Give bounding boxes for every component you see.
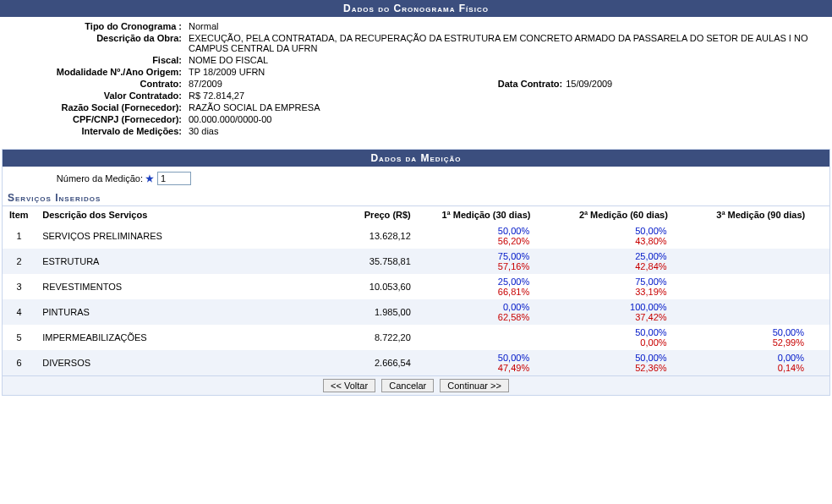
cell-m2: 75,00%33,19% bbox=[555, 274, 692, 299]
section-servicos-title: Serviços Inseridos bbox=[3, 190, 829, 206]
pct-actual: 52,36% bbox=[561, 363, 666, 373]
pct-planned: 50,00% bbox=[699, 327, 804, 337]
cell-m2: 50,00%43,80% bbox=[555, 223, 692, 249]
th-m1: 1ª Medição (30 dias) bbox=[418, 206, 555, 223]
header-medicao: Dados da Medição bbox=[3, 150, 829, 167]
table-row: 1SERVIÇOS PRELIMINARES13.628,1250,00%56,… bbox=[3, 223, 829, 249]
pct-planned: 50,00% bbox=[561, 226, 666, 236]
cell-item: 1 bbox=[3, 223, 36, 249]
cell-desc: ESTRUTURA bbox=[36, 249, 302, 274]
value-data-contrato: 15/09/2009 bbox=[566, 79, 612, 89]
value-valor: R$ 72.814,27 bbox=[185, 90, 825, 101]
value-tipo: Normal bbox=[185, 21, 825, 31]
pct-planned: 0,00% bbox=[424, 302, 529, 312]
cell-preco: 8.722,20 bbox=[302, 325, 418, 350]
cell-m3 bbox=[692, 274, 829, 299]
value-modalidade: TP 18/2009 UFRN bbox=[185, 67, 825, 77]
pct-planned: 25,00% bbox=[561, 251, 666, 261]
table-row: 3REVESTIMENTOS10.053,6025,00%66,81%75,00… bbox=[3, 274, 829, 299]
pct-actual: 43,80% bbox=[561, 236, 666, 246]
pct-actual: 57,16% bbox=[424, 261, 529, 271]
cell-m3 bbox=[692, 299, 829, 325]
cell-desc: IMPERMEABILIZAÇÕES bbox=[36, 325, 302, 350]
th-m3: 3ª Medição (90 dias) bbox=[692, 206, 829, 223]
info-section: Tipo do Cronograma : Normal Descrição da… bbox=[0, 17, 832, 144]
voltar-button[interactable]: << Voltar bbox=[323, 379, 375, 392]
cell-m2: 100,00%37,42% bbox=[555, 299, 692, 325]
value-contrato: 87/2009 bbox=[185, 79, 498, 89]
table-row: 5IMPERMEABILIZAÇÕES8.722,2050,00%0,00%50… bbox=[3, 325, 829, 350]
required-star-icon: ★ bbox=[145, 173, 154, 184]
pct-planned: 50,00% bbox=[424, 353, 529, 363]
pct-actual: 37,42% bbox=[561, 312, 666, 322]
pct-planned: 50,00% bbox=[424, 226, 529, 236]
cell-m3 bbox=[692, 223, 829, 249]
continuar-button[interactable]: Continuar >> bbox=[440, 379, 509, 392]
label-cnpj: CPF/CNPJ (Fornecedor): bbox=[7, 114, 185, 124]
cell-desc: PINTURAS bbox=[36, 299, 302, 325]
button-bar: << Voltar Cancelar Continuar >> bbox=[3, 375, 829, 395]
pct-actual: 0,00% bbox=[561, 337, 666, 348]
cell-item: 6 bbox=[3, 350, 36, 375]
cell-desc: SERVIÇOS PRELIMINARES bbox=[36, 223, 302, 249]
numero-medicao-input[interactable] bbox=[157, 172, 191, 185]
cell-m3: 0,00%0,14% bbox=[692, 350, 829, 375]
cell-m2: 50,00%0,00% bbox=[555, 325, 692, 350]
label-descricao: Descrição da Obra: bbox=[7, 33, 185, 53]
medicao-box: Dados da Medição Número da Medição: ★ Se… bbox=[2, 149, 830, 396]
label-modalidade: Modalidade Nº./Ano Origem: bbox=[7, 67, 185, 77]
table-row: 2ESTRUTURA35.758,8175,00%57,16%25,00%42,… bbox=[3, 249, 829, 274]
pct-actual: 52,99% bbox=[699, 337, 804, 348]
label-numero-medicao: Número da Medição: ★ bbox=[9, 173, 157, 184]
cell-m1: 25,00%66,81% bbox=[418, 274, 555, 299]
pct-actual: 42,84% bbox=[561, 261, 666, 271]
cell-m1: 75,00%57,16% bbox=[418, 249, 555, 274]
pct-actual: 62,58% bbox=[424, 312, 529, 322]
label-contrato: Contrato: bbox=[7, 79, 185, 89]
pct-actual: 0,14% bbox=[699, 363, 804, 373]
pct-planned: 25,00% bbox=[424, 277, 529, 287]
th-m2: 2ª Medição (60 dias) bbox=[555, 206, 692, 223]
table-row: 4PINTURAS1.985,000,00%62,58%100,00%37,42… bbox=[3, 299, 829, 325]
th-preco: Preço (R$) bbox=[302, 206, 418, 223]
value-fiscal: NOME DO FISCAL bbox=[185, 55, 825, 65]
cell-preco: 1.985,00 bbox=[302, 299, 418, 325]
pct-actual: 47,49% bbox=[424, 363, 529, 373]
value-intervalo: 30 dias bbox=[185, 126, 825, 136]
cell-m2: 25,00%42,84% bbox=[555, 249, 692, 274]
label-fiscal: Fiscal: bbox=[7, 55, 185, 65]
pct-actual: 66,81% bbox=[424, 287, 529, 297]
label-data-contrato: Data Contrato: bbox=[498, 79, 566, 89]
value-cnpj: 00.000.000/0000-00 bbox=[185, 114, 825, 124]
pct-actual: 56,20% bbox=[424, 236, 529, 246]
table-row: 6DIVERSOS2.666,5450,00%47,49%50,00%52,36… bbox=[3, 350, 829, 375]
cell-m1 bbox=[418, 325, 555, 350]
pct-planned: 100,00% bbox=[561, 302, 666, 312]
cell-m1: 50,00%47,49% bbox=[418, 350, 555, 375]
th-desc: Descrição dos Serviços bbox=[36, 206, 302, 223]
cell-preco: 10.053,60 bbox=[302, 274, 418, 299]
cell-item: 2 bbox=[3, 249, 36, 274]
cell-m1: 50,00%56,20% bbox=[418, 223, 555, 249]
cell-desc: REVESTIMENTOS bbox=[36, 274, 302, 299]
pct-planned: 75,00% bbox=[561, 277, 666, 287]
cell-item: 4 bbox=[3, 299, 36, 325]
cell-m1: 0,00%62,58% bbox=[418, 299, 555, 325]
cell-preco: 2.666,54 bbox=[302, 350, 418, 375]
value-descricao: EXECUÇÃO, PELA CONTRATADA, DA RECUPERAÇÃ… bbox=[185, 33, 825, 53]
pct-planned: 50,00% bbox=[561, 353, 666, 363]
cancelar-button[interactable]: Cancelar bbox=[381, 379, 434, 392]
label-intervalo: Intervalo de Medições: bbox=[7, 126, 185, 136]
pct-planned: 50,00% bbox=[561, 327, 666, 337]
cell-m3 bbox=[692, 249, 829, 274]
pct-planned: 0,00% bbox=[699, 353, 804, 363]
value-razao: RAZÃO SOCIAL DA EMPRESA bbox=[185, 102, 825, 112]
cell-item: 3 bbox=[3, 274, 36, 299]
label-valor: Valor Contratado: bbox=[7, 90, 185, 101]
label-razao: Razão Social (Fornecedor): bbox=[7, 102, 185, 112]
header-cronograma: Dados do Cronograma Físico bbox=[0, 0, 832, 17]
cell-preco: 35.758,81 bbox=[302, 249, 418, 274]
form-row-numero: Número da Medição: ★ bbox=[3, 167, 829, 190]
pct-actual: 33,19% bbox=[561, 287, 666, 297]
cell-desc: DIVERSOS bbox=[36, 350, 302, 375]
